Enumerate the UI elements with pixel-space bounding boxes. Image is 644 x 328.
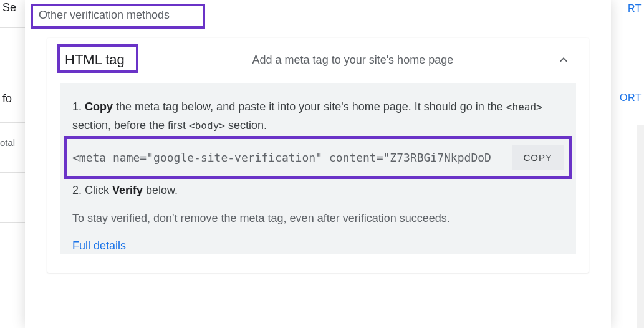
html-tag-method-card: HTML tag Add a meta tag to your site's h… [47, 38, 589, 273]
method-body: 1. Copy the meta tag below, and paste it… [60, 83, 576, 254]
method-title: HTML tag [65, 52, 125, 68]
bg-link-fragment: RT [628, 3, 642, 14]
scrollbar-track[interactable] [637, 125, 644, 328]
step-1-instruction: 1. Copy the meta tag below, and paste it… [72, 98, 564, 135]
verification-note: To stay verified, don't remove the meta … [72, 210, 564, 227]
copy-button[interactable]: COPY [512, 145, 564, 170]
bg-text-fragment: otal [0, 137, 15, 148]
method-description: Add a meta tag to your site's home page [125, 54, 556, 67]
verification-modal: Other verification methods HTML tag Add … [25, 0, 611, 328]
other-methods-header: Other verification methods [25, 0, 611, 38]
background-right-strip: RT ORT [613, 0, 644, 328]
meta-tag-row: COPY [72, 145, 564, 170]
method-header-row[interactable]: HTML tag Add a meta tag to your site's h… [47, 38, 589, 83]
full-details-link[interactable]: Full details [72, 239, 126, 253]
chevron-up-icon[interactable] [556, 52, 571, 67]
bg-text-fragment: Se [2, 1, 16, 14]
meta-tag-input[interactable] [72, 147, 506, 168]
background-left-strip: Se fo otal [0, 0, 25, 328]
bg-link-fragment: ORT [620, 92, 642, 104]
other-methods-label: Other verification methods [39, 9, 170, 21]
bg-text-fragment: fo [2, 92, 12, 105]
step-2-instruction: 2. Click Verify below. [72, 181, 564, 200]
